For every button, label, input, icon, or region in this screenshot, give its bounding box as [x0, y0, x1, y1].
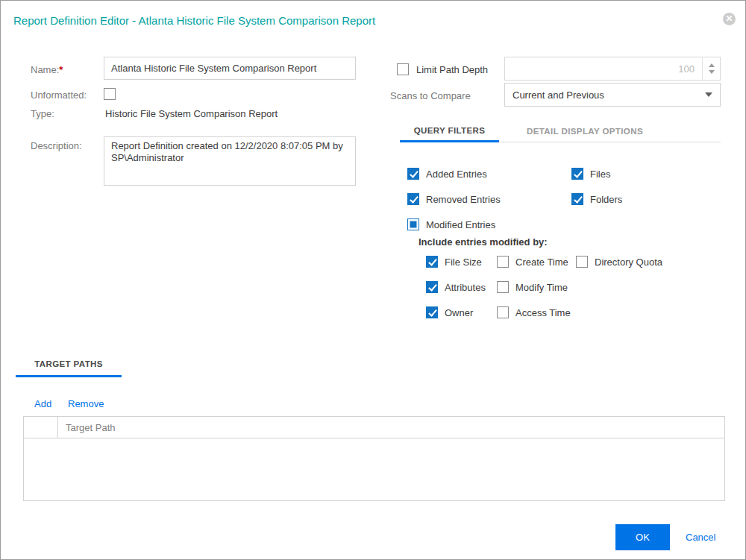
- scans-to-compare-dropdown[interactable]: Current and Previous: [504, 83, 721, 107]
- add-link[interactable]: Add: [34, 398, 51, 409]
- type-value: Historic File System Comparison Report: [105, 108, 278, 119]
- added-entries-label: Added Entries: [426, 169, 487, 180]
- attributes-label: Attributes: [445, 282, 486, 293]
- owner-label: Owner: [445, 307, 473, 318]
- tab-query-filters[interactable]: QUERY FILTERS: [400, 120, 499, 142]
- files-label: Files: [590, 169, 610, 180]
- removed-entries-label: Removed Entries: [426, 194, 501, 205]
- added-entries-checkbox[interactable]: [407, 168, 419, 180]
- directory-quota-label: Directory Quota: [595, 257, 662, 268]
- path-depth-input[interactable]: [505, 57, 702, 80]
- chevron-down-icon: [705, 92, 712, 97]
- target-paths-table-header: Target Path: [24, 417, 724, 438]
- scans-to-compare-label: Scans to Compare: [390, 90, 471, 101]
- removed-entries-option[interactable]: Removed Entries: [407, 192, 571, 206]
- ok-button[interactable]: OK: [615, 524, 670, 550]
- files-option[interactable]: Files: [571, 167, 610, 180]
- dialog-title: Report Definition Editor - Atlanta Histo…: [13, 14, 375, 27]
- access-time-label: Access Time: [515, 307, 571, 318]
- file-size-checkbox[interactable]: [426, 256, 438, 268]
- target-path-column-header: Target Path: [58, 422, 724, 433]
- remove-link[interactable]: Remove: [68, 398, 104, 409]
- modify-time-label: Modify Time: [515, 282, 568, 293]
- spinner-down-icon[interactable]: [709, 70, 715, 74]
- selector-column-header: [24, 417, 58, 438]
- target-paths-table-body[interactable]: [24, 438, 724, 500]
- file-size-label: File Size: [445, 257, 482, 268]
- spinner-buttons[interactable]: [702, 57, 720, 80]
- files-checkbox[interactable]: [571, 168, 583, 180]
- folders-checkbox[interactable]: [571, 193, 583, 205]
- removed-entries-checkbox[interactable]: [407, 193, 419, 205]
- create-time-checkbox[interactable]: [497, 256, 509, 268]
- attributes-checkbox[interactable]: [426, 281, 438, 293]
- close-icon[interactable]: ✕: [723, 13, 736, 25]
- include-entries-modified-label: Include entries modified by:: [419, 236, 736, 249]
- modified-by-options: File Size Create Time Directory Quota At…: [426, 255, 736, 319]
- cancel-link[interactable]: Cancel: [686, 532, 715, 543]
- name-input[interactable]: [104, 57, 356, 80]
- owner-option[interactable]: Owner: [426, 306, 497, 319]
- right-tabstrip: QUERY FILTERS DETAIL DISPLAY OPTIONS: [400, 120, 721, 142]
- type-label: Type:: [31, 108, 54, 119]
- name-label: Name:*: [31, 64, 63, 75]
- owner-checkbox[interactable]: [426, 306, 438, 318]
- modified-entries-label: Modified Entries: [426, 219, 495, 230]
- directory-quota-checkbox[interactable]: [576, 256, 588, 268]
- description-label: Description:: [31, 140, 82, 151]
- modify-time-option[interactable]: Modify Time: [497, 280, 568, 294]
- query-filters-panel: Added Entries Files Removed Entries Fold…: [407, 167, 736, 331]
- folders-option[interactable]: Folders: [571, 192, 622, 206]
- limit-path-depth-checkbox[interactable]: [397, 63, 409, 75]
- modified-entries-checkbox[interactable]: [407, 218, 419, 230]
- spinner-up-icon[interactable]: [709, 63, 715, 67]
- unformatted-checkbox[interactable]: [104, 88, 116, 100]
- unformatted-label: Unformatted:: [31, 89, 87, 101]
- modify-time-checkbox[interactable]: [497, 281, 509, 293]
- attributes-option[interactable]: Attributes: [426, 280, 497, 294]
- path-depth-spinner: [504, 57, 721, 81]
- description-textarea[interactable]: Report Definition created on 12/2/2020 8…: [104, 136, 356, 186]
- limit-path-depth-label: Limit Path Depth: [416, 64, 488, 75]
- create-time-option[interactable]: Create Time: [497, 255, 576, 268]
- scans-to-compare-value: Current and Previous: [513, 89, 705, 101]
- create-time-label: Create Time: [515, 257, 568, 268]
- added-entries-option[interactable]: Added Entries: [407, 167, 571, 180]
- directory-quota-option[interactable]: Directory Quota: [576, 255, 662, 268]
- modified-entries-option[interactable]: Modified Entries: [407, 218, 571, 231]
- report-definition-editor-dialog: Report Definition Editor - Atlanta Histo…: [0, 0, 746, 560]
- file-size-option[interactable]: File Size: [426, 255, 497, 268]
- target-paths-table: Target Path: [23, 416, 725, 501]
- tab-target-paths[interactable]: TARGET PATHS: [16, 353, 122, 377]
- tab-detail-display-options[interactable]: DETAIL DISPLAY OPTIONS: [499, 120, 671, 142]
- access-time-checkbox[interactable]: [497, 306, 509, 318]
- access-time-option[interactable]: Access Time: [497, 306, 571, 319]
- folders-label: Folders: [590, 194, 622, 205]
- required-asterisk: *: [59, 64, 63, 75]
